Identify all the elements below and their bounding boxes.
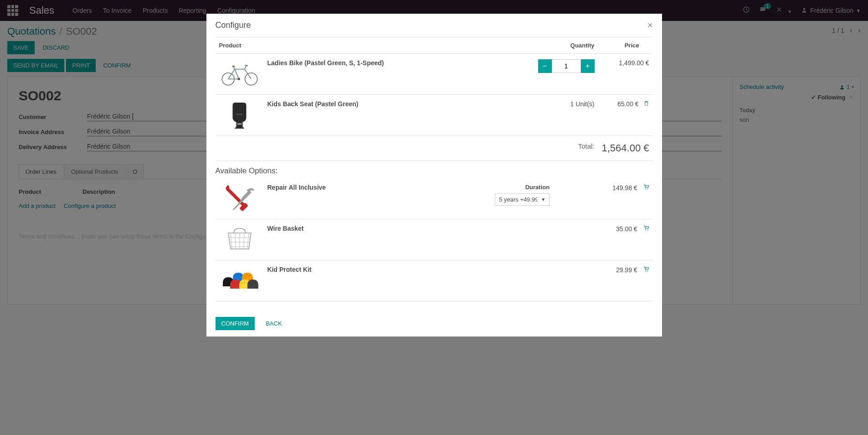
options-title: Available Options:: [216, 161, 653, 178]
product-name: Ladies Bike (Pastel Green, S, 1-Speed): [267, 59, 522, 67]
total-label: Total:: [216, 136, 598, 161]
svg-point-4: [245, 73, 257, 85]
product-image-basket: [219, 225, 260, 254]
svg-point-9: [647, 189, 648, 190]
option-price: 29.99 €: [616, 266, 637, 274]
th-product: Product: [216, 37, 525, 54]
duration-value: 5 years +49.99: [499, 196, 537, 203]
product-image-seat: [219, 100, 260, 130]
th-quantity: Quantity: [525, 37, 598, 54]
svg-point-10: [645, 230, 646, 231]
svg-point-23: [247, 283, 248, 284]
svg-point-21: [241, 283, 242, 284]
product-image-bike: [219, 59, 260, 89]
svg-point-17: [250, 275, 251, 276]
line-price: 1,499.00 €: [619, 59, 649, 67]
qty-input[interactable]: [552, 59, 581, 73]
svg-point-11: [647, 230, 648, 231]
svg-point-20: [238, 283, 239, 284]
svg-rect-6: [237, 123, 242, 125]
total-row: Total: 1,564.00 €: [216, 136, 653, 161]
option-name: Kid Protect Kit: [267, 266, 410, 273]
trash-icon[interactable]: [643, 100, 649, 108]
svg-point-14: [241, 275, 241, 276]
svg-point-25: [252, 282, 253, 283]
svg-point-8: [645, 189, 646, 190]
svg-point-22: [244, 282, 245, 283]
config-line: Ladies Bike (Pastel Green, S, 1-Speed) −…: [216, 54, 653, 95]
option-row: Kid Protect Kit 29.99 €: [216, 260, 653, 301]
line-price: 65.00 €: [617, 100, 639, 108]
qty-minus-button[interactable]: −: [538, 59, 552, 73]
options-table: Repair All Inclusive Duration 5 years +4…: [216, 178, 653, 301]
option-name: Wire Basket: [267, 225, 410, 232]
option-row: Repair All Inclusive Duration 5 years +4…: [216, 178, 653, 219]
option-attr-label: Duration: [416, 184, 550, 191]
product-image-helmets: [219, 266, 260, 295]
cart-icon[interactable]: [643, 266, 649, 274]
config-table: Product Quantity Price: [216, 37, 653, 161]
svg-point-16: [247, 274, 248, 275]
svg-point-15: [244, 275, 245, 276]
svg-point-5: [237, 78, 240, 80]
qty-plus-button[interactable]: +: [581, 59, 595, 73]
close-icon[interactable]: ×: [647, 20, 653, 31]
total-value: 1,564.00 €: [598, 136, 653, 161]
option-row: Wire Basket 35.00 €: [216, 219, 653, 260]
modal-backdrop: Configure × Product Quantity Price: [0, 0, 868, 309]
duration-select[interactable]: 5 years +49.99 ▼: [495, 193, 550, 206]
modal-title: Configure: [216, 21, 251, 30]
svg-point-24: [250, 283, 251, 284]
line-qty-text: 1 Unit(s): [570, 100, 595, 108]
quantity-stepper: − +: [538, 59, 595, 73]
product-name: Kids Back Seat (Pastel Green): [267, 100, 522, 108]
product-image-repair: [219, 184, 260, 213]
svg-point-13: [238, 274, 239, 275]
option-price: 149.98 €: [612, 184, 637, 192]
option-price: 35.00 €: [616, 225, 637, 233]
svg-point-26: [255, 283, 256, 284]
svg-point-19: [235, 282, 236, 283]
svg-point-28: [647, 271, 648, 272]
svg-point-27: [645, 271, 646, 272]
configure-modal: Configure × Product Quantity Price: [206, 14, 662, 309]
config-line: Kids Back Seat (Pastel Green) 1 Unit(s) …: [216, 95, 653, 136]
svg-point-18: [232, 283, 233, 284]
cart-icon[interactable]: [643, 184, 649, 192]
chevron-down-icon: ▼: [541, 197, 545, 202]
th-price: Price: [598, 37, 653, 54]
cart-icon[interactable]: [643, 225, 649, 233]
option-name: Repair All Inclusive: [267, 184, 410, 191]
svg-point-12: [235, 275, 236, 276]
